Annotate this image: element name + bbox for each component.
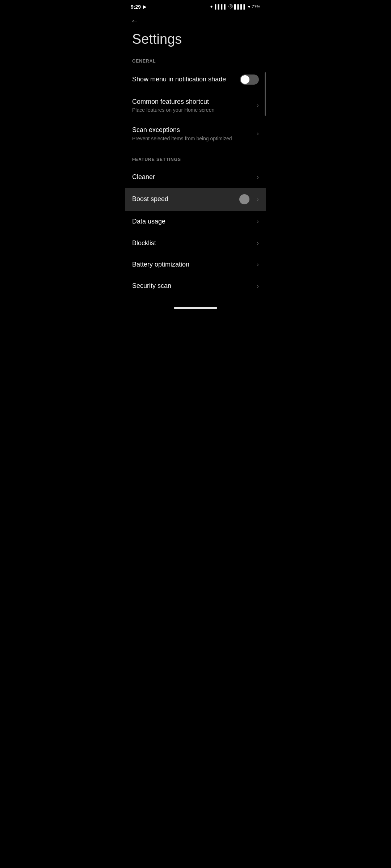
settings-item-show-menu[interactable]: Show menu in notification shade bbox=[125, 68, 266, 91]
settings-item-scan-exceptions[interactable]: Scan exceptions Prevent selected items f… bbox=[125, 119, 266, 148]
settings-item-title-boost-speed: Boost speed bbox=[132, 195, 236, 203]
settings-item-title-cleaner: Cleaner bbox=[132, 173, 252, 181]
back-arrow-icon: ← bbox=[131, 16, 139, 25]
settings-item-title-security-scan: Security scan bbox=[132, 282, 252, 290]
status-right: ✦ ▌▌▌▌ Ⓡ ▌▌▌▌ ▾ 77% bbox=[210, 4, 260, 10]
settings-item-boost-speed[interactable]: Boost speed › bbox=[125, 188, 266, 211]
section-header-feature-settings: FEATURE SETTINGS bbox=[125, 154, 266, 166]
home-indicator bbox=[174, 307, 217, 309]
settings-item-content-scan-exceptions: Scan exceptions Prevent selected items f… bbox=[132, 126, 252, 141]
drag-handle-boost-speed[interactable] bbox=[239, 194, 249, 204]
toggle-knob-show-menu bbox=[241, 75, 249, 84]
settings-item-subtitle-common-features: Place features on your Home screen bbox=[132, 107, 252, 113]
settings-item-title-data-usage: Data usage bbox=[132, 217, 252, 226]
settings-item-title-show-menu: Show menu in notification shade bbox=[132, 75, 240, 84]
chevron-icon-cleaner: › bbox=[257, 173, 259, 181]
settings-item-content-data-usage: Data usage bbox=[132, 217, 252, 226]
settings-item-content-battery-optimization: Battery optimization bbox=[132, 260, 252, 269]
back-button[interactable]: ← bbox=[125, 12, 266, 29]
wifi-icon: ▾ bbox=[248, 4, 250, 9]
signal-icon: ▌▌▌▌ bbox=[215, 4, 227, 9]
chevron-icon-boost-speed: › bbox=[257, 196, 259, 203]
settings-item-subtitle-scan-exceptions: Prevent selected items from being optimi… bbox=[132, 136, 252, 141]
settings-item-blocklist[interactable]: Blocklist › bbox=[125, 233, 266, 254]
settings-item-cleaner[interactable]: Cleaner › bbox=[125, 166, 266, 188]
bluetooth-icon: ✦ bbox=[210, 4, 213, 9]
chevron-icon-security-scan: › bbox=[257, 282, 259, 290]
settings-item-content-security-scan: Security scan bbox=[132, 282, 252, 290]
settings-item-title-battery-optimization: Battery optimization bbox=[132, 260, 252, 269]
settings-item-content-cleaner: Cleaner bbox=[132, 173, 252, 181]
divider-general-features bbox=[132, 151, 259, 151]
chevron-icon-data-usage: › bbox=[257, 218, 259, 225]
chevron-icon-battery-optimization: › bbox=[257, 261, 259, 268]
status-time: 9:29 bbox=[131, 4, 141, 10]
section-header-general: GENERAL bbox=[125, 56, 266, 68]
settings-item-battery-optimization[interactable]: Battery optimization › bbox=[125, 254, 266, 275]
settings-item-title-common-features: Common features shortcut bbox=[132, 98, 252, 106]
chevron-icon-scan-exceptions: › bbox=[257, 130, 259, 137]
settings-item-content-boost-speed: Boost speed bbox=[132, 195, 236, 203]
settings-item-content-show-menu: Show menu in notification shade bbox=[132, 75, 240, 84]
settings-item-content-common-features: Common features shortcut Place features … bbox=[132, 98, 252, 113]
settings-item-title-blocklist: Blocklist bbox=[132, 239, 252, 247]
chevron-icon-blocklist: › bbox=[257, 239, 259, 247]
settings-item-content-blocklist: Blocklist bbox=[132, 239, 252, 247]
status-left: 9:29 ▶ bbox=[131, 4, 147, 10]
battery-text: 77% bbox=[252, 4, 260, 9]
settings-item-title-scan-exceptions: Scan exceptions bbox=[132, 126, 252, 134]
scrollbar[interactable] bbox=[265, 72, 266, 116]
settings-item-data-usage[interactable]: Data usage › bbox=[125, 211, 266, 232]
camera-icon: ▶ bbox=[143, 4, 147, 9]
chevron-icon-common-features: › bbox=[257, 102, 259, 109]
bottom-bar bbox=[125, 303, 266, 312]
registered-icon: Ⓡ bbox=[228, 4, 233, 10]
status-bar: 9:29 ▶ ✦ ▌▌▌▌ Ⓡ ▌▌▌▌ ▾ 77% bbox=[125, 0, 266, 12]
toggle-container-show-menu[interactable] bbox=[240, 75, 259, 85]
page-title: Settings bbox=[125, 29, 266, 56]
settings-item-common-features[interactable]: Common features shortcut Place features … bbox=[125, 91, 266, 119]
toggle-show-menu[interactable] bbox=[240, 75, 259, 85]
settings-item-security-scan[interactable]: Security scan › bbox=[125, 275, 266, 297]
signal-icon-2: ▌▌▌▌ bbox=[234, 4, 247, 9]
